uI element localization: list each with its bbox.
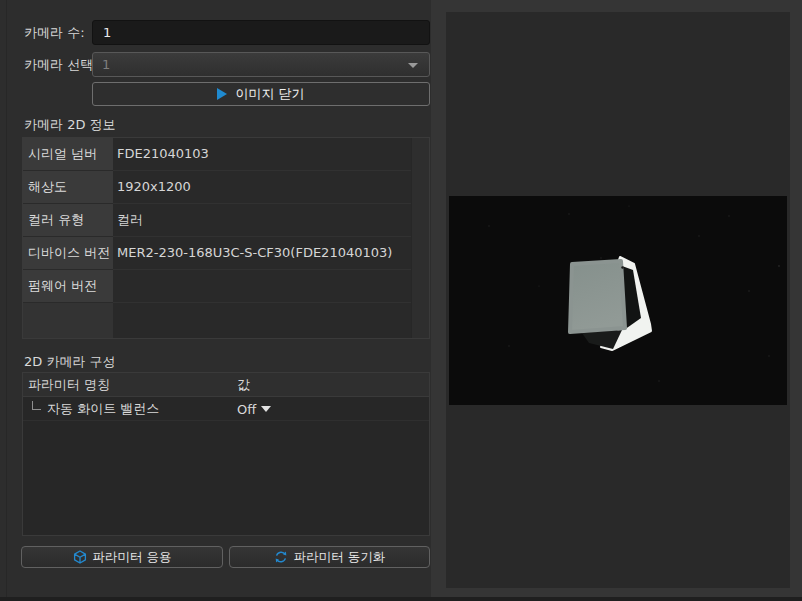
- close-image-button-label: 이미지 닫기: [235, 85, 304, 103]
- info-row-value: [113, 270, 429, 303]
- table-empty-area: [23, 303, 429, 338]
- camera-count-input[interactable]: [92, 20, 430, 45]
- camera-select-value: 1: [102, 57, 110, 72]
- table-row: 자동 화이트 밸런스 Off: [23, 397, 429, 421]
- window-bottom-edge: [0, 597, 802, 601]
- sync-parameters-button[interactable]: 파라미터 동기화: [229, 546, 430, 568]
- sync-icon: [274, 550, 288, 564]
- table-row: 컬러 유형 컬러: [23, 204, 429, 237]
- camera-info-section-title: 카메라 2D 정보: [24, 116, 116, 134]
- camera-info-table: 시리얼 넘버 FDE21040103 해상도 1920x1200 컬러 유형 컬…: [22, 137, 430, 339]
- parameter-value-dropdown[interactable]: Off: [237, 397, 271, 421]
- table-row: 펌웨어 버전: [23, 270, 429, 303]
- info-row-label: 컬러 유형: [23, 204, 113, 237]
- dropdown-arrow-icon: [261, 406, 271, 412]
- table-scrollbar-gutter[interactable]: [411, 138, 429, 338]
- sync-parameters-label: 파라미터 동기화: [294, 549, 385, 566]
- apply-parameters-button[interactable]: 파라미터 응용: [21, 546, 223, 568]
- info-row-value: FDE21040103: [113, 138, 429, 171]
- table-row: 시리얼 넘버 FDE21040103: [23, 138, 429, 171]
- parameter-value-text: Off: [237, 398, 256, 421]
- column-header-value: 값: [237, 373, 429, 396]
- info-row-value: 1920x1200: [113, 171, 429, 204]
- camera-select-dropdown[interactable]: 1: [92, 52, 430, 77]
- camera-count-label: 카메라 수:: [24, 20, 85, 45]
- parameter-name: 자동 화이트 밸런스: [47, 397, 159, 420]
- close-image-button[interactable]: 이미지 닫기: [92, 82, 430, 106]
- tree-branch-icon: [32, 401, 41, 410]
- label-column-extension: [23, 303, 113, 338]
- info-row-label: 해상도: [23, 171, 113, 204]
- camera-config-table: 파라미터 명칭 값 자동 화이트 밸런스 Off: [22, 372, 430, 536]
- column-header-name: 파라미터 명칭: [23, 373, 237, 396]
- camera-config-section-title: 2D 카메라 구성: [24, 353, 116, 371]
- left-edge-divider: [6, 0, 7, 601]
- config-table-header: 파라미터 명칭 값: [23, 373, 429, 397]
- play-icon: [217, 88, 227, 100]
- table-row: 디바이스 버전 MER2-230-168U3C-S-CF30(FDE210401…: [23, 237, 429, 270]
- info-row-label: 시리얼 넘버: [23, 138, 113, 171]
- info-row-label: 펌웨어 버전: [23, 270, 113, 303]
- camera-2d-image: [449, 196, 787, 405]
- chevron-down-icon: [408, 63, 418, 68]
- table-row: 해상도 1920x1200: [23, 171, 429, 204]
- info-row-label: 디바이스 버전: [23, 237, 113, 270]
- gray-card: [570, 261, 625, 332]
- camera-config-window: 카메라 수: 카메라 선택 1 이미지 닫기 카메라 2D 정보 시리얼 넘버 …: [0, 0, 802, 601]
- info-row-value: MER2-230-168U3C-S-CF30(FDE21040103): [113, 237, 429, 270]
- apply-parameters-label: 파라미터 응용: [93, 549, 172, 566]
- camera-select-label: 카메라 선택: [24, 52, 93, 77]
- info-row-value: 컬러: [113, 204, 429, 237]
- paper-corner-mark: [621, 266, 623, 268]
- cube-icon: [73, 550, 87, 564]
